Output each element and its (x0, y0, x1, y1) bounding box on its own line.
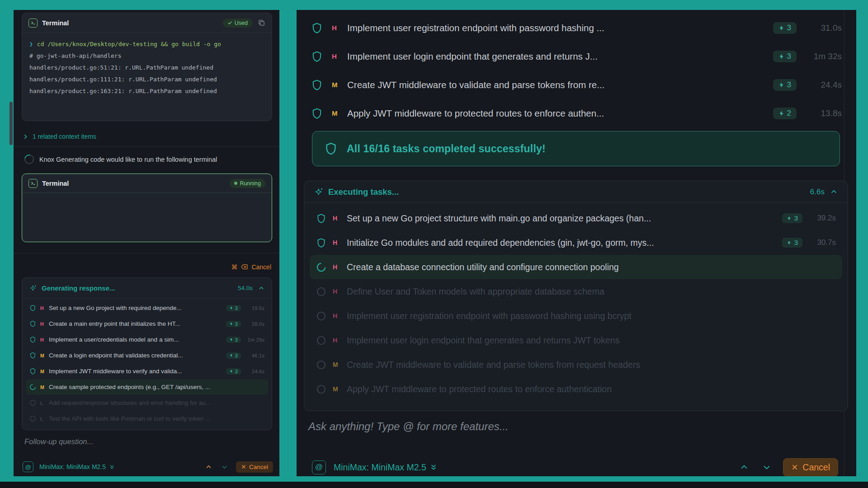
task-row[interactable]: M Create JWT middleware to validate and … (305, 70, 848, 99)
task-row[interactable]: H Initialize Go modules and add required… (310, 230, 842, 255)
task-duration: 30.7s (807, 238, 836, 247)
task-row[interactable]: H Implement user login endpoint that gen… (305, 42, 848, 70)
shield-icon (324, 142, 338, 155)
mention-icon[interactable]: @ (23, 461, 33, 472)
shield-icon (29, 305, 36, 311)
task-text: Test the API with tools like Postman or … (49, 415, 264, 422)
spinner-icon (316, 262, 326, 272)
scroll-down-icon[interactable] (221, 464, 228, 470)
ask-anything-input[interactable]: Ask anything! Type @ for more features..… (308, 420, 509, 433)
generating-response-card: Generating response... 54.0s H Set up a … (22, 277, 272, 430)
task-text: Define User and Token models with approp… (347, 286, 836, 297)
copy-icon[interactable] (258, 19, 265, 27)
task-text: Implement JWT middleware to verify and v… (49, 368, 222, 375)
task-row[interactable]: H Implement user login endpoint that gen… (310, 328, 842, 352)
shield-icon (29, 320, 36, 327)
task-row[interactable]: H Set up a new Go project structure with… (310, 206, 842, 230)
chevron-up-icon[interactable] (258, 285, 264, 291)
priority-badge: M (333, 385, 340, 393)
mention-icon[interactable]: @ (312, 460, 326, 474)
task-row[interactable]: L Test the API with tools like Postman o… (26, 411, 268, 427)
task-row[interactable]: M Apply JWT middleware to protected rout… (305, 99, 848, 127)
model-selector[interactable]: MiniMax: MiniMax M2.5 (334, 462, 426, 473)
task-text: Create JWT middleware to validate and pa… (347, 360, 836, 370)
lightning-icon (229, 353, 233, 358)
loading-spinner-icon (24, 155, 36, 164)
lightning-icon (229, 321, 233, 326)
terminal-card-header: Terminal Used (22, 13, 272, 33)
bolt-count-badge: 3 (226, 352, 241, 359)
cancel-button[interactable]: Cancel (783, 458, 838, 477)
shield-icon (29, 352, 36, 359)
bolt-count-badge: 3 (226, 321, 241, 327)
double-chevron-down-icon[interactable] (109, 464, 115, 470)
terminal-output-line: # go-jwt-auth-api/handlers (29, 50, 264, 62)
task-row[interactable]: M Create JWT middleware to validate and … (310, 352, 842, 377)
task-text: Create a login endpoint that validates c… (49, 352, 222, 359)
sparkle-icon (314, 187, 324, 197)
shield-icon (316, 213, 326, 224)
task-duration: 31.0s (802, 23, 842, 33)
task-row[interactable]: M Create sample protected endpoints (e.g… (26, 379, 268, 395)
task-duration: 39.2s (807, 214, 836, 223)
task-row[interactable]: H Implement a user/credentials model and… (26, 332, 268, 347)
task-duration: 46.1s (244, 353, 264, 358)
task-row[interactable]: M Implement JWT middleware to verify and… (26, 363, 268, 379)
task-row[interactable]: M Apply JWT middleware to protected rout… (310, 377, 842, 401)
used-badge: Used (223, 19, 252, 28)
task-row[interactable]: L Add request/response structures and er… (26, 395, 268, 411)
task-row[interactable]: H Implement user registration endpoint w… (310, 304, 842, 328)
task-duration: 19.5s (244, 305, 264, 311)
chevron-up-icon[interactable] (830, 188, 838, 196)
lightning-icon (778, 53, 784, 60)
generating-task-list: H Set up a new Go project with required … (22, 299, 272, 428)
task-text: Create sample protected endpoints (e.g.,… (49, 384, 264, 390)
terminal-card-header: Terminal Running (22, 174, 272, 193)
x-icon (241, 464, 246, 469)
task-duration: 28.0s (244, 321, 264, 327)
terminal-output-line: handlers/product.go:111:21: r.URL.PathPa… (29, 74, 264, 85)
priority-badge: H (332, 24, 339, 32)
executing-task-list: H Set up a new Go project structure with… (304, 203, 848, 404)
completed-task-list: H Implement user registration endpoint w… (297, 14, 856, 127)
priority-badge: H (40, 337, 45, 343)
elapsed-time: 6.6s (810, 188, 825, 197)
scroll-up-icon[interactable] (205, 464, 212, 470)
lightning-icon (787, 215, 792, 221)
lightning-icon (778, 110, 784, 117)
priority-badge: H (333, 337, 340, 344)
related-context-link[interactable]: 1 related context items (23, 133, 96, 140)
task-text: Apply JWT middleware to protected routes… (347, 384, 836, 394)
task-row[interactable]: H Define User and Token models with appr… (310, 279, 842, 304)
followup-input[interactable]: Follow-up question... (24, 437, 93, 446)
sparkle-icon (29, 284, 37, 292)
scroll-up-icon[interactable] (740, 463, 749, 472)
lightning-icon (229, 369, 233, 374)
task-text: Implement user registration endpoint wit… (347, 23, 769, 33)
priority-badge: M (333, 361, 340, 368)
lightning-icon (778, 24, 784, 32)
task-row[interactable]: M Create a login endpoint that validates… (26, 347, 268, 363)
scroll-down-icon[interactable] (762, 463, 771, 472)
executing-title: Executing tasks... (328, 187, 399, 197)
task-row[interactable]: H Implement user registration endpoint w… (305, 14, 848, 42)
lightning-icon (229, 337, 233, 342)
priority-badge: H (40, 305, 45, 311)
lightning-icon (787, 239, 792, 246)
executing-header[interactable]: Executing tasks... 6.6s (304, 181, 848, 203)
task-row[interactable]: H Set up a new Go project with required … (26, 300, 268, 316)
model-selector[interactable]: MiniMax: MiniMax M2.5 (39, 463, 106, 470)
priority-badge: H (333, 239, 340, 246)
task-text: Implement user login endpoint that gener… (347, 335, 836, 346)
priority-badge: L (40, 400, 45, 406)
generating-header[interactable]: Generating response... 54.0s (22, 278, 272, 299)
terminal-output-line: handlers/product.go:51:21: r.URL.PathPar… (29, 62, 264, 74)
double-chevron-down-icon[interactable] (429, 463, 438, 471)
priority-badge: L (40, 416, 45, 422)
lightning-icon (229, 305, 233, 310)
task-row[interactable]: H Create a database connection utility a… (310, 255, 842, 279)
task-row[interactable]: H Create a main entry point that initial… (26, 316, 268, 332)
cancel-button[interactable]: Cancel (236, 461, 273, 473)
cancel-shortcut[interactable]: ⌘ Cancel (231, 263, 271, 271)
scrollbar-thumb[interactable] (9, 102, 13, 145)
